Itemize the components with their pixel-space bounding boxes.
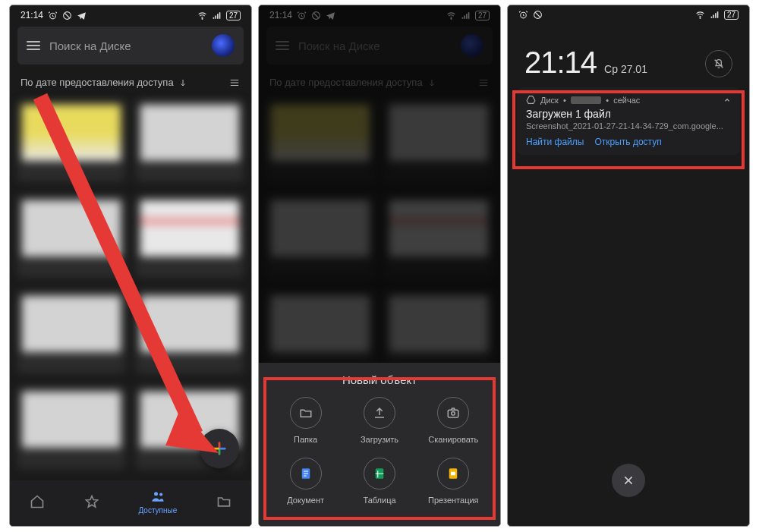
nav-shared[interactable]: Доступные	[138, 489, 177, 515]
sheet-label: Загрузить	[361, 435, 398, 444]
screen-drive-shared: 21:14 27 Поиск на Диске По дате предоста…	[9, 5, 252, 527]
sheet-label: Таблица	[363, 496, 395, 505]
alarm-icon	[518, 10, 528, 20]
close-button[interactable]	[612, 464, 645, 497]
people-icon	[150, 489, 165, 504]
arrow-down-icon	[178, 78, 187, 87]
slides-icon	[446, 467, 460, 480]
home-icon	[30, 494, 45, 509]
file-thumb[interactable]	[17, 291, 125, 373]
sheets-icon	[373, 467, 386, 480]
file-thumb[interactable]	[136, 100, 244, 182]
file-thumb[interactable]	[136, 196, 244, 278]
fab-new[interactable]	[200, 429, 239, 468]
battery-level: 27	[226, 11, 241, 20]
dnd-button[interactable]	[705, 50, 732, 77]
file-thumb[interactable]	[17, 387, 125, 469]
svg-rect-14	[451, 472, 455, 476]
search-bar[interactable]: Поиск на Диске	[17, 27, 244, 65]
notification-card[interactable]: Диск • x • сейчас Загружен 1 файл Screen…	[517, 87, 740, 155]
nav-home[interactable]	[30, 494, 45, 509]
svg-point-4	[159, 493, 162, 496]
folder-icon	[216, 494, 231, 509]
notif-action-share[interactable]: Открыть доступ	[594, 137, 661, 147]
svg-point-17	[700, 17, 701, 18]
list-view-icon[interactable]	[228, 77, 241, 88]
drive-icon	[526, 95, 536, 105]
file-thumb[interactable]	[17, 196, 125, 278]
sheet-scan[interactable]: Сканировать	[419, 397, 488, 444]
bottom-nav: Доступные	[10, 480, 251, 526]
sort-label: По дате предоставления доступа	[20, 77, 174, 88]
lock-clock-row: 21:14 Ср 27.01	[508, 21, 749, 80]
sheet-folder[interactable]: Папка	[271, 397, 340, 444]
sheet-label: Документ	[287, 496, 324, 505]
svg-point-3	[154, 492, 158, 496]
svg-rect-9	[449, 410, 459, 417]
sheet-slides[interactable]: Презентация	[419, 458, 488, 505]
nav-files[interactable]	[216, 494, 231, 509]
file-thumb[interactable]	[17, 100, 125, 182]
notif-title: Загружен 1 файл	[526, 108, 731, 120]
sheet-sheets[interactable]: Таблица	[345, 458, 414, 505]
file-thumb[interactable]	[136, 291, 244, 373]
nav-starred[interactable]	[84, 494, 99, 509]
sheet-label: Презентация	[428, 496, 478, 505]
battery-level: 27	[724, 10, 739, 20]
blurred-bg	[508, 5, 749, 526]
lock-date: Ср 27.01	[604, 63, 647, 75]
menu-icon[interactable]	[27, 41, 40, 50]
close-icon	[622, 474, 635, 486]
telegram-icon	[77, 11, 87, 20]
docs-icon	[299, 467, 313, 480]
folder-icon	[299, 406, 313, 420]
bell-off-icon	[713, 58, 725, 70]
screen-lockscreen: 27 21:14 Ср 27.01 Диск • x • сейчас Загр…	[507, 5, 750, 527]
notif-time: сейчас	[613, 96, 640, 105]
wifi-icon	[695, 10, 705, 20]
sheet-title: Новый объект	[263, 373, 496, 386]
nav-label: Доступные	[138, 506, 177, 515]
sheet-upload[interactable]: Загрузить	[345, 397, 414, 444]
avatar[interactable]	[212, 34, 235, 57]
status-bar: 21:14 27	[10, 5, 251, 22]
notif-body: Screenshot_2021-01-27-21-14-34-729_com.g…	[526, 121, 731, 131]
notif-redacted: x	[571, 96, 602, 104]
notif-action-find[interactable]: Найти файлы	[526, 137, 584, 147]
dnd-icon	[62, 11, 72, 20]
sheet-label: Сканировать	[428, 435, 478, 444]
status-bar: 27	[508, 5, 749, 21]
camera-icon	[446, 406, 460, 420]
svg-point-10	[452, 412, 455, 416]
file-grid	[10, 96, 251, 469]
status-time: 21:14	[20, 10, 43, 20]
alarm-icon	[48, 11, 58, 20]
screen-new-sheet: 21:14 27 Поиск на Диске По дате предоста…	[258, 5, 501, 527]
sort-row[interactable]: По дате предоставления доступа	[10, 69, 251, 96]
new-object-sheet: Новый объект Папка Загрузить Сканировать…	[259, 363, 500, 526]
upload-icon	[373, 406, 386, 420]
lock-time: 21:14	[524, 46, 597, 80]
notif-app: Диск	[540, 96, 559, 105]
star-icon	[84, 494, 99, 509]
dnd-icon	[533, 10, 543, 20]
signal-icon	[212, 11, 222, 20]
signal-icon	[710, 10, 720, 20]
svg-point-2	[202, 18, 203, 19]
search-placeholder: Поиск на Диске	[49, 39, 203, 52]
plus-icon	[211, 440, 228, 457]
wifi-icon	[197, 11, 207, 20]
chevron-up-icon[interactable]	[723, 96, 731, 104]
sheet-docs[interactable]: Документ	[271, 458, 340, 505]
sheet-label: Папка	[294, 435, 317, 444]
